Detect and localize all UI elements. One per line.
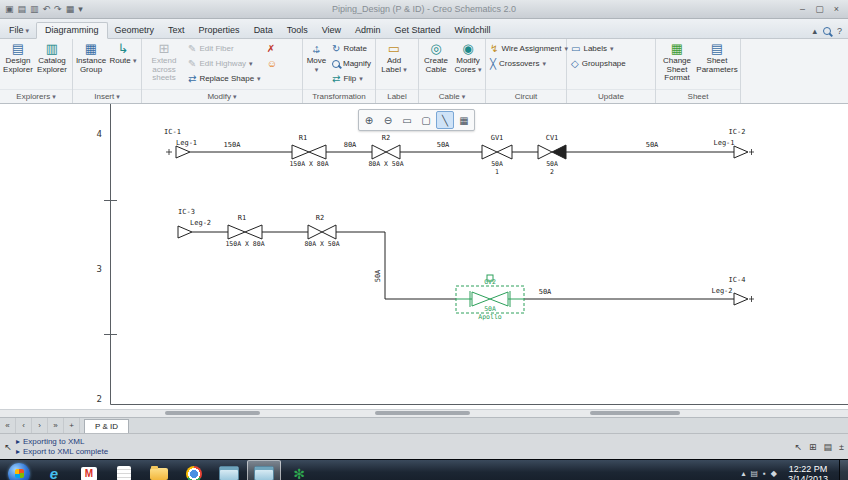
tab-file[interactable]: File ▾ [2, 22, 36, 38]
pipe-line-2[interactable] [178, 225, 385, 299]
group-footer-update[interactable]: Update [567, 89, 655, 103]
select-pointer-icon[interactable]: ↖ [794, 442, 802, 452]
edit-highway-label: Edit Highway [199, 59, 246, 68]
tray-network-icon[interactable]: ▪ [763, 469, 766, 478]
taskbar-creo-button[interactable]: ✻ [282, 460, 316, 480]
first-sheet-button[interactable]: « [0, 418, 16, 433]
minimize-button[interactable]: – [794, 3, 811, 16]
edit-highway-button[interactable]: ✎ Edit Highway ▾ [185, 56, 264, 71]
taskbar-notes-button[interactable] [107, 460, 141, 480]
scrollbar-thumb[interactable] [590, 411, 680, 415]
tab-data[interactable]: Data [247, 22, 280, 38]
flip-button[interactable]: ⇄ Flip ▾ [329, 71, 374, 86]
tab-tools[interactable]: Tools [280, 22, 315, 38]
delete-button[interactable]: ✗ [264, 41, 280, 56]
bullet-icon: ▸ [16, 437, 20, 446]
layers-icon[interactable]: ▤ [824, 442, 833, 452]
catalog-explorer-button[interactable]: ▥ Catalog Explorer [35, 41, 69, 75]
tab-windchill[interactable]: Windchill [448, 22, 498, 38]
regenerate-icon[interactable]: ▦ [66, 4, 75, 14]
design-explorer-button[interactable]: ▤ Design Explorer [1, 41, 35, 75]
close-button[interactable]: × [828, 3, 845, 16]
zoom-in-icon[interactable]: ⊕ [360, 111, 378, 129]
help-icon[interactable]: ? [837, 26, 842, 36]
next-sheet-button[interactable]: › [32, 418, 48, 433]
caret-icon: ▾ [116, 93, 120, 100]
group-footer-explorers[interactable]: Explorers ▾ [0, 89, 72, 103]
extend-across-sheets-button[interactable]: ⊞ Extend across sheets [143, 41, 185, 84]
show-desktop-button[interactable] [839, 460, 848, 480]
taskbar-app-window-button[interactable] [212, 460, 246, 480]
zoom-window-icon[interactable]: ▭ [398, 111, 416, 129]
grid-toggle-icon[interactable]: ▦ [455, 111, 473, 129]
taskbar-ie-button[interactable]: e [37, 460, 71, 480]
tab-view[interactable]: View [315, 22, 348, 38]
group-footer-circuit[interactable]: Circuit [486, 89, 566, 103]
horizontal-scrollbar[interactable] [0, 409, 848, 417]
line-tool-icon[interactable]: ╲ [436, 111, 454, 129]
rotate-button[interactable]: ↻ Rotate [329, 41, 374, 56]
last-sheet-button[interactable]: » [48, 418, 64, 433]
maximize-button[interactable]: ▢ [811, 3, 828, 16]
change-sheet-format-button[interactable]: ▦ Change Sheet Format [657, 41, 697, 84]
tab-geometry[interactable]: Geometry [108, 22, 162, 38]
taskbar-chrome-button[interactable] [177, 460, 211, 480]
taskbar-mail-button[interactable]: M [72, 460, 106, 480]
move-button[interactable]: ↔ ↕ Move ▾ [304, 41, 329, 75]
add-label-button[interactable]: ▭ Add Label ▾ [377, 41, 411, 75]
tab-text[interactable]: Text [161, 22, 192, 38]
update-labels-button[interactable]: ▭ Labels ▾ [568, 41, 629, 56]
replace-shape-button[interactable]: ⇄ Replace Shape ▾ [185, 71, 264, 86]
tray-volume-icon[interactable]: ◆ [771, 469, 777, 478]
zoom-sheet-icon[interactable]: ▢ [417, 111, 435, 129]
smiley-shape-button[interactable]: ☺ [264, 56, 280, 71]
instance-group-button[interactable]: ▦ Instance Group [74, 41, 108, 75]
window-controls: – ▢ × [794, 3, 848, 16]
pipe-line-1[interactable] [166, 145, 754, 159]
start-button[interactable] [2, 460, 36, 480]
taskbar-folder-button[interactable] [142, 460, 176, 480]
group-footer-transformation[interactable]: Transformation [303, 89, 375, 103]
tray-expand-icon[interactable]: ▴ [741, 469, 745, 478]
open-icon[interactable]: ▥ [30, 4, 39, 14]
tray-app-icon[interactable]: ▤ [750, 469, 758, 478]
redo-icon[interactable]: ↷ [54, 4, 62, 14]
group-footer-cable[interactable]: Cable ▾ [419, 89, 485, 103]
undo-icon[interactable]: ↶ [43, 4, 51, 14]
save-icon[interactable]: ▤ [18, 4, 27, 14]
groupshape-button[interactable]: ◇ Groupshape [568, 56, 629, 71]
wire-assignment-button[interactable]: ↯ Wire Assignment ▾ [487, 41, 571, 56]
tab-admin[interactable]: Admin [348, 22, 388, 38]
snap-toggle-icon[interactable]: ⊞ [809, 442, 817, 452]
pipe-line-3-labels: 50A IC-4 Leg-2 [539, 276, 746, 296]
add-sheet-button[interactable]: + [64, 418, 80, 433]
tab-diagramming[interactable]: Diagramming [36, 22, 108, 39]
magnify-button[interactable]: Magnify [329, 56, 374, 71]
taskbar-creo-schematics-button[interactable] [247, 460, 281, 480]
route-button[interactable]: ↳ Route ▾ [108, 41, 138, 67]
zoom-spinner-icon[interactable]: ± [839, 442, 844, 452]
scrollbar-thumb[interactable] [375, 411, 470, 415]
taskbar-clock[interactable]: 12:22 PM 3/14/2013 [788, 464, 828, 480]
sheet-tab-pid[interactable]: P & ID [84, 419, 129, 433]
search-icon[interactable] [823, 27, 831, 35]
collapse-ribbon-icon[interactable]: ▴ [812, 26, 817, 36]
crossovers-button[interactable]: ╳ Crossovers ▾ [487, 56, 571, 71]
zoom-out-icon[interactable]: ⊖ [379, 111, 397, 129]
group-footer-label[interactable]: Label [376, 89, 418, 103]
sheet-parameters-button[interactable]: ▤ Sheet Parameters [697, 41, 737, 75]
qat-menu-caret-icon[interactable]: ▾ [78, 4, 83, 14]
drawing-canvas[interactable]: 4 3 2 [0, 104, 848, 417]
modify-cores-button[interactable]: ◉ Modify Cores ▾ [452, 41, 484, 75]
previous-sheet-button[interactable]: ‹ [16, 418, 32, 433]
ribbon-group-label: ▭ Add Label ▾ Label [376, 39, 419, 103]
pipe-line-3[interactable] [385, 293, 754, 305]
group-footer-modify[interactable]: Modify ▾ [142, 89, 302, 103]
create-cable-button[interactable]: ◎ Create Cable [420, 41, 452, 75]
edit-fiber-button[interactable]: ✎ Edit Fiber [185, 41, 264, 56]
tab-get-started[interactable]: Get Started [388, 22, 448, 38]
group-footer-insert[interactable]: Insert ▾ [73, 89, 141, 103]
scrollbar-thumb[interactable] [165, 411, 260, 415]
tab-properties[interactable]: Properties [192, 22, 247, 38]
group-footer-sheet[interactable]: Sheet [656, 89, 740, 103]
